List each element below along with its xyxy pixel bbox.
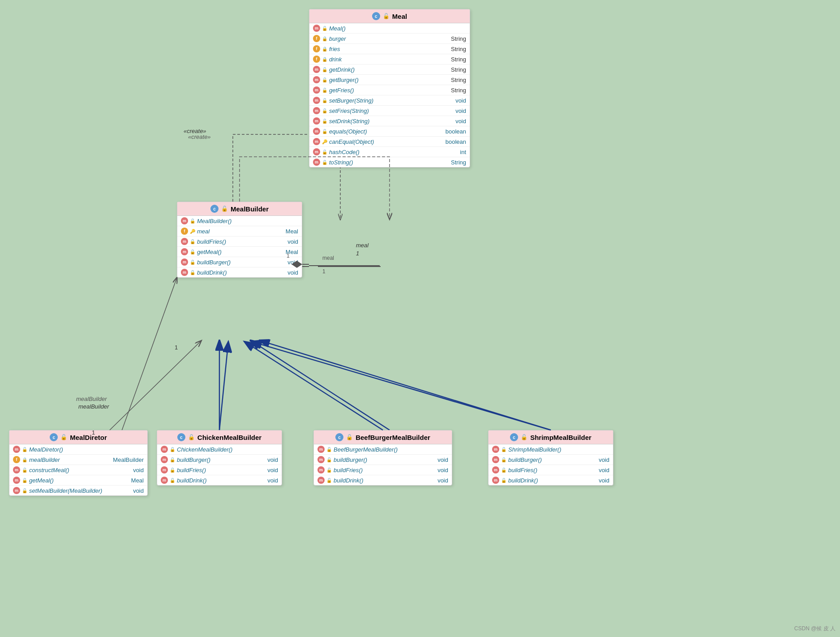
svg-line-23 — [244, 341, 383, 430]
meal-row-4: m 🔓 getDrink() String — [309, 65, 470, 75]
beef-row-0: m 🔓 BeefBurgerMealBuilder() — [314, 444, 452, 455]
meal-row-8: m 🔓 setFries(String) void — [309, 106, 470, 116]
mealbuilder-row-0: m 🔓 MealBuilder() — [177, 216, 302, 226]
mealbuilder-class: c 🔓 MealBuilder m 🔓 MealBuilder() f 🔑 me… — [177, 202, 302, 278]
meal-label: meal — [356, 242, 369, 249]
row-icon: m — [313, 66, 320, 73]
meal-row-11: m 🔑 canEqual(Object) boolean — [309, 137, 470, 147]
beef-row-2: m 🔓 buildFries() void — [314, 465, 452, 475]
svg-text:meal: meal — [322, 255, 334, 261]
svg-line-24 — [251, 341, 551, 430]
shrimpmealbuilder-title: ShrimpMealBuilder — [530, 434, 591, 441]
row-icon: m — [313, 86, 320, 94]
svg-text:«create»: «create» — [188, 133, 211, 140]
beefburgermealbuilder-header: c 🔓 BeefBurgerMealBuilder — [314, 430, 452, 444]
meal-row-7: m 🔓 setBurger(String) void — [309, 95, 470, 106]
row-icon: m — [313, 159, 320, 166]
diagram-container: «create» mealBuilder 1 1 1 meal 1 c 🔓 Me… — [0, 0, 840, 637]
row-icon: m — [313, 138, 320, 145]
beefburgermealbuilder-class: c 🔓 BeefBurgerMealBuilder m 🔓 BeefBurger… — [313, 430, 452, 486]
meal-row-10: m 🔓 equals(Object) boolean — [309, 126, 470, 137]
shrimp-row-2: m 🔓 buildFries() void — [489, 465, 613, 475]
beef-row-1: m 🔓 buildBurger() void — [314, 455, 452, 465]
row-icon: m — [313, 148, 320, 155]
mealbuilder-row-2: m 🔓 buildFries() void — [177, 237, 302, 247]
meal-row-6: m 🔓 getFries() String — [309, 85, 470, 95]
mealbuilder-title: MealBuilder — [231, 205, 269, 213]
meal-row-12: m 🔓 hashCode() int — [309, 147, 470, 157]
mealbuilder-row-5: m 🔓 buildDrink() void — [177, 267, 302, 277]
meal-lock-icon: 🔓 — [383, 13, 390, 19]
mealdirector-row-2: m 🔓 constructMeal() void — [9, 465, 147, 475]
row-icon: f — [313, 56, 320, 63]
meal-class: c 🔓 Meal m 🔓 Meal() f 🔒 burger String f … — [309, 9, 470, 168]
svg-line-9 — [260, 340, 551, 430]
mealbuilder-row-3: m 🔓 getMeal() Meal — [177, 247, 302, 257]
shrimp-row-3: m 🔓 buildDrink() void — [489, 475, 613, 485]
row-icon: f — [313, 45, 320, 52]
mealdirector-class: c 🔓 MealDiretor m 🔓 MealDiretor() f 🔒 me… — [9, 430, 148, 496]
chicken-row-2: m 🔓 buildFries() void — [157, 465, 282, 475]
chicken-row-0: m 🔓 ChickenMealBuilder() — [157, 444, 282, 455]
row-icon: m — [313, 76, 320, 83]
beefburgermealbuilder-title: BeefBurgerMealBuilder — [356, 434, 430, 441]
chicken-row-1: m 🔓 buildBurger() void — [157, 455, 282, 465]
svg-line-8 — [251, 340, 390, 430]
meal-row-13: m 🔓 toString() String — [309, 157, 470, 167]
beef-row-3: m 🔓 buildDrink() void — [314, 475, 452, 485]
meal-row-2: f 🔒 fries String — [309, 44, 470, 54]
row-icon: m — [313, 97, 320, 104]
mealdirector-row-4: m 🔓 setMealBuilder(MealBuilder) void — [9, 486, 147, 495]
meal-row-1: f 🔒 burger String — [309, 34, 470, 44]
chickenmealbuilder-title: ChickenMealBuilder — [197, 434, 261, 441]
watermark: CSDN @候 皮 人 — [794, 625, 836, 633]
svg-text:mealBuilder: mealBuilder — [76, 396, 107, 402]
meal-class-icon: c — [372, 12, 380, 20]
shrimp-row-0: m 🔓 ShrimpMealBuilder() — [489, 444, 613, 455]
shrimpmealbuilder-header: c 🔓 ShrimpMealBuilder — [489, 430, 613, 444]
row-icon: m — [313, 107, 320, 114]
meal-title: Meal — [392, 13, 407, 20]
svg-line-18 — [110, 340, 201, 430]
svg-line-22 — [219, 341, 228, 430]
mealbuilder-label: mealBuilder — [78, 403, 109, 410]
mealbuilder-class-icon: c — [210, 205, 219, 213]
mealbuilder-row-1: f 🔑 meal Meal — [177, 226, 302, 237]
chicken-row-3: m 🔓 buildDrink() void — [157, 475, 282, 485]
mealdirector-row-0: m 🔓 MealDiretor() — [9, 444, 147, 455]
mealdirector-row-3: m 🔓 getMeal() Meal — [9, 475, 147, 486]
mealdirector-header: c 🔓 MealDiretor — [9, 430, 147, 444]
create-label: «create» — [184, 128, 206, 134]
mealdirector-row-1: f 🔒 mealBuilder MealBuilder — [9, 455, 147, 465]
chickenmealbuilder-header: c 🔓 ChickenMealBuilder — [157, 430, 282, 444]
mealbuilder-row-4: m 🔓 buildBurger() void — [177, 257, 302, 267]
meal-row-9: m 🔓 setDrink(String) void — [309, 116, 470, 126]
one-label-4: 1 — [356, 250, 359, 257]
meal-row-5: m 🔓 getBurger() String — [309, 75, 470, 85]
row-icon: m — [313, 25, 320, 32]
mealdirector-title: MealDiretor — [70, 434, 107, 441]
row-icon: f — [313, 35, 320, 42]
row-icon: m — [313, 128, 320, 135]
meal-header: c 🔓 Meal — [309, 9, 470, 23]
meal-row-0: m 🔓 Meal() — [309, 23, 470, 34]
shrimp-row-1: m 🔓 buildBurger() void — [489, 455, 613, 465]
svg-text:1: 1 — [175, 344, 178, 351]
chickenmealbuilder-class: c 🔓 ChickenMealBuilder m 🔓 ChickenMealBu… — [157, 430, 282, 486]
mealbuilder-header: c 🔓 MealBuilder — [177, 202, 302, 216]
row-icon: m — [313, 117, 320, 125]
svg-text:1: 1 — [322, 268, 326, 275]
shrimpmealbuilder-class: c 🔓 ShrimpMealBuilder m 🔓 ShrimpMealBuil… — [488, 430, 613, 486]
meal-row-3: f 🔒 drink String — [309, 54, 470, 65]
